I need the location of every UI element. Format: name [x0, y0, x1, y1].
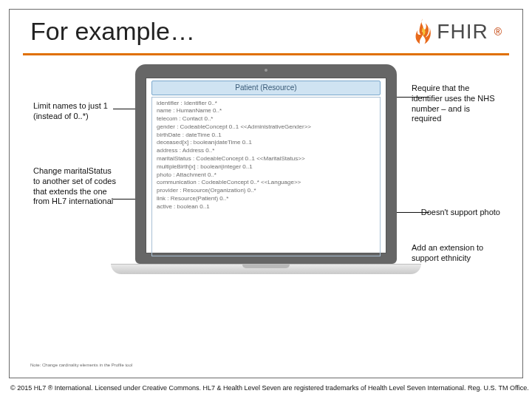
resource-line: gender : CodeableConcept 0..1 <<Administ… — [157, 123, 375, 132]
resource-attributes: identifier : Identifier 0..*name : Human… — [151, 97, 381, 256]
registered-mark: ® — [494, 26, 502, 38]
note-no-photo: Doesn't support photo — [421, 208, 500, 218]
note-nhs-identifier: Require that the identifier uses the NHS… — [412, 83, 500, 124]
resource-line: maritalStatus : CodeableConcept 0..1 <<M… — [157, 155, 375, 163]
resource-header: Patient (Resource) — [151, 81, 381, 95]
resource-line: link : Resource(Patient) 0..* — [157, 195, 375, 203]
header: For example… FHIR ® — [10, 10, 522, 49]
resource-line: telecom : Contact 0..* — [157, 115, 375, 123]
fhir-text: FHIR — [437, 20, 488, 44]
note-ethnicity-extension: Add an extension to support ethnicity — [412, 243, 500, 264]
laptop-base — [111, 264, 421, 274]
laptop-mockup: Patient (Resource) identifier : Identifi… — [135, 64, 397, 274]
resource-line: identifier : Identifier 0..* — [157, 100, 375, 108]
copyright: © 2015 HL7 ® International. Licensed und… — [10, 384, 529, 392]
resource-line: communication : CodeableConcept 0..* <<L… — [157, 179, 375, 187]
footer-small-note: Note: Change cardinality elements in the… — [30, 363, 132, 367]
resource-line: address : Address 0..* — [157, 147, 375, 155]
resource-line: name : HumanName 0..* — [157, 107, 375, 115]
resource-line: deceased[x] : boolean|dateTime 0..1 — [157, 139, 375, 147]
slide-title: For example… — [30, 17, 195, 46]
fhir-brand: FHIR ® — [413, 18, 502, 46]
note-marital-status: Change maritalStatus to another set of c… — [33, 166, 118, 207]
note-limit-names: Limit names to just 1 (instead of 0..*) — [33, 101, 122, 122]
resource-line: provider : Resource(Organization) 0..* — [157, 187, 375, 195]
flame-icon — [413, 18, 432, 46]
resource-line: birthDate : dateTime 0..1 — [157, 132, 375, 140]
slide-frame: For example… FHIR ® Limit names to just … — [9, 9, 523, 378]
resource-line: multipleBirth[x] : boolean|integer 0..1 — [157, 163, 375, 171]
camera-dot — [265, 69, 267, 72]
laptop-screen: Patient (Resource) identifier : Identifi… — [135, 64, 397, 264]
main-canvas: Limit names to just 1 (instead of 0..*) … — [10, 55, 522, 329]
resource-line: photo : Attachment 0..* — [157, 171, 375, 180]
screen-content: Patient (Resource) identifier : Identifi… — [146, 78, 386, 262]
resource-line: active : boolean 0..1 — [157, 203, 375, 211]
